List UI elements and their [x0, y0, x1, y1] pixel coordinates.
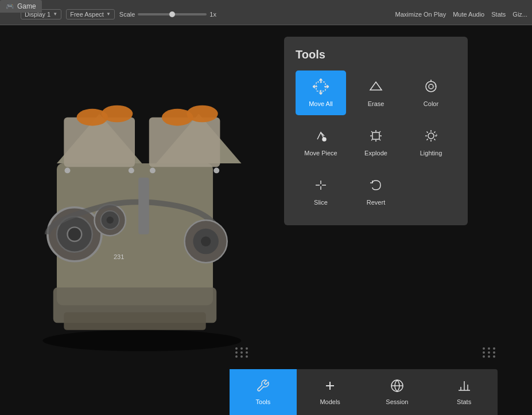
drag-dot [483, 355, 485, 358]
revert-label: Revert [367, 199, 385, 206]
svg-marker-29 [320, 79, 322, 80]
drag-dot [240, 347, 243, 350]
explode-label: Explode [364, 150, 387, 156]
toolbar: 🎮 Game Display 1 ▼ Free Aspect ▼ Scale 1… [0, 0, 532, 25]
svg-point-24 [213, 167, 219, 173]
move-piece-label: Move Piece [304, 150, 337, 156]
nav-models[interactable]: Models [297, 369, 364, 415]
drag-dot [488, 355, 490, 358]
svg-point-23 [150, 167, 156, 173]
models-nav-label: Models [320, 398, 340, 405]
engine-area: 231 [0, 25, 270, 415]
toolbar-right: Maximize On Play Mute Audio Stats Giz... [395, 11, 527, 18]
tools-nav-icon [256, 379, 270, 396]
game-tab-label: Game [17, 2, 36, 10]
drag-dot [488, 351, 490, 354]
drag-handle-right[interactable] [483, 347, 496, 358]
drag-handle-left[interactable] [235, 347, 249, 358]
maximize-button[interactable]: Maximize On Play [395, 11, 446, 18]
tool-erase[interactable]: Erase [351, 71, 401, 115]
drag-dot [483, 347, 485, 350]
svg-text:›: › [436, 132, 437, 138]
tool-explode[interactable]: Explode [351, 120, 401, 165]
tool-slice[interactable]: Slice [296, 169, 346, 214]
move-piece-icon [313, 128, 329, 146]
svg-point-22 [129, 167, 134, 173]
tool-revert[interactable]: Revert [351, 169, 401, 214]
drag-dot [493, 355, 495, 358]
scale-value: 1x [209, 11, 216, 18]
drag-dot [488, 347, 490, 350]
svg-marker-35 [327, 85, 329, 88]
drag-dot [483, 351, 485, 354]
tool-move-piece[interactable]: Move Piece [296, 120, 346, 165]
svg-text:›: › [434, 83, 436, 89]
lighting-label: Lighting [420, 150, 442, 156]
scale-dot [169, 11, 175, 17]
drag-dot [240, 355, 243, 358]
stats-button[interactable]: Stats [491, 11, 506, 18]
svg-marker-33 [313, 85, 314, 88]
engine-image: 231 [0, 25, 270, 415]
stats-nav-label: Stats [457, 398, 471, 405]
erase-label: Erase [368, 100, 385, 107]
tool-move-all[interactable]: Move All [296, 71, 346, 115]
aspect-select[interactable]: Free Aspect ▼ [66, 9, 115, 19]
nav-tools[interactable]: Tools [230, 369, 297, 415]
svg-point-20 [201, 236, 211, 246]
nav-session[interactable]: Session [364, 369, 431, 415]
move-all-label: Move All [309, 100, 333, 107]
color-label: Color [424, 100, 438, 107]
drag-dot [493, 347, 495, 350]
drag-dot [235, 351, 238, 354]
scale-slider[interactable] [138, 13, 207, 15]
tools-grid: Move All Erase › Color Move Piece Explod… [296, 71, 456, 214]
svg-line-50 [371, 139, 372, 140]
stats-nav-icon [457, 379, 471, 396]
gizmos-button[interactable]: Giz... [512, 11, 527, 18]
drag-dot [246, 347, 248, 350]
scale-container: Scale 1x [119, 11, 216, 18]
svg-point-38 [429, 84, 433, 89]
viewport: 231 Tools Move All Erase › Color Move Pi… [0, 25, 532, 415]
erase-icon [368, 79, 384, 97]
svg-point-52 [428, 133, 434, 139]
svg-line-60 [434, 139, 435, 140]
tools-title: Tools [296, 48, 456, 61]
explode-icon [368, 128, 384, 146]
session-nav-icon [390, 379, 404, 396]
svg-point-14 [107, 217, 114, 224]
drag-dot [240, 351, 243, 354]
slice-label: Slice [314, 199, 328, 206]
svg-point-21 [65, 167, 71, 173]
lighting-icon: › [423, 128, 439, 146]
aspect-label: Free Aspect [70, 11, 104, 18]
drag-dot [246, 351, 248, 354]
tool-color[interactable]: › Color [406, 71, 456, 115]
slice-icon [313, 177, 329, 195]
display-arrow-icon: ▼ [53, 11, 57, 17]
nav-stats[interactable]: Stats [430, 369, 498, 415]
mute-button[interactable]: Mute Audio [453, 11, 484, 18]
svg-point-11 [68, 227, 82, 241]
drag-dot [246, 355, 248, 358]
game-tab[interactable]: 🎮 Game [0, 0, 42, 13]
svg-point-26 [42, 330, 241, 351]
svg-point-6 [102, 105, 133, 123]
bottom-nav: Tools Models Session Stats [230, 369, 498, 415]
svg-marker-36 [370, 82, 382, 90]
svg-line-48 [371, 131, 372, 132]
svg-line-51 [379, 139, 380, 140]
session-nav-label: Session [386, 398, 408, 405]
drag-dot [235, 347, 238, 350]
color-icon: › [423, 79, 439, 97]
revert-icon [368, 177, 384, 195]
svg-rect-16 [64, 312, 205, 330]
svg-text:231: 231 [114, 253, 125, 260]
svg-point-8 [187, 105, 218, 123]
svg-line-59 [427, 139, 428, 140]
svg-marker-31 [320, 93, 322, 95]
scale-label: Scale [119, 11, 135, 18]
tool-lighting[interactable]: › Lighting [406, 120, 456, 165]
tools-nav-label: Tools [256, 398, 271, 405]
